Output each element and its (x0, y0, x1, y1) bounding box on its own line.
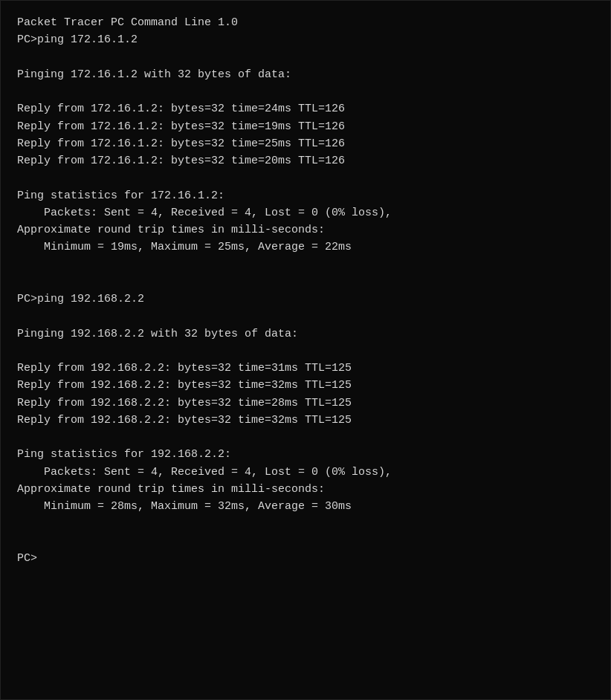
terminal-line-pinging1: Pinging 172.16.1.2 with 32 bytes of data… (17, 66, 594, 83)
terminal-line-header: Packet Tracer PC Command Line 1.0 (17, 14, 594, 31)
terminal-line-cmd1: PC>ping 172.16.1.2 (17, 31, 594, 48)
terminal-line-reply1c: Reply from 172.16.1.2: bytes=32 time=25m… (17, 135, 594, 152)
terminal-line-stats2c: Approximate round trip times in milli-se… (17, 481, 594, 498)
terminal-line-blank7 (17, 343, 594, 360)
terminal-line-blank6 (17, 308, 594, 325)
terminal-line-stats1b: Packets: Sent = 4, Received = 4, Lost = … (17, 204, 594, 221)
terminal-line-blank10 (17, 533, 594, 550)
terminal-line-pinging2: Pinging 192.168.2.2 with 32 bytes of dat… (17, 325, 594, 343)
terminal-line-reply1b: Reply from 172.16.1.2: bytes=32 time=19m… (17, 118, 594, 135)
terminal-line-blank4 (17, 256, 594, 273)
terminal-line-reply2d: Reply from 192.168.2.2: bytes=32 time=32… (17, 412, 594, 429)
terminal-line-stats2d: Minimum = 28ms, Maximum = 32ms, Average … (17, 498, 594, 515)
terminal-line-reply2a: Reply from 192.168.2.2: bytes=32 time=31… (17, 360, 594, 377)
terminal-line-stats1d: Minimum = 19ms, Maximum = 25ms, Average … (17, 239, 594, 256)
terminal-line-reply2c: Reply from 192.168.2.2: bytes=32 time=28… (17, 395, 594, 412)
terminal-line-prompt: PC> (17, 550, 594, 567)
terminal-line-stats2a: Ping statistics for 192.168.2.2: (17, 446, 594, 463)
terminal-line-blank8 (17, 429, 594, 446)
terminal-line-stats2b: Packets: Sent = 4, Received = 4, Lost = … (17, 464, 594, 481)
terminal-line-reply1a: Reply from 172.16.1.2: bytes=32 time=24m… (17, 100, 594, 117)
terminal-line-blank9 (17, 515, 594, 532)
terminal-line-stats1c: Approximate round trip times in milli-se… (17, 221, 594, 239)
terminal-line-reply1d: Reply from 172.16.1.2: bytes=32 time=20m… (17, 152, 594, 169)
terminal-line-blank3 (17, 169, 594, 187)
terminal-line-blank5 (17, 273, 594, 291)
terminal-line-blank1 (17, 49, 594, 66)
terminal-line-blank2 (17, 83, 594, 100)
terminal-line-cmd2: PC>ping 192.168.2.2 (17, 291, 594, 308)
terminal-line-stats1a: Ping statistics for 172.16.1.2: (17, 187, 594, 204)
terminal-line-reply2b: Reply from 192.168.2.2: bytes=32 time=32… (17, 377, 594, 394)
terminal-window[interactable]: Packet Tracer PC Command Line 1.0PC>ping… (0, 0, 611, 700)
